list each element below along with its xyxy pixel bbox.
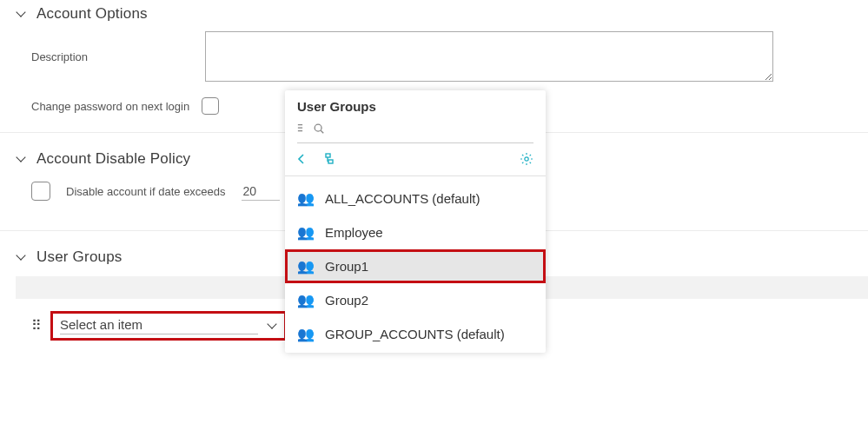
section-title: Account Options [36,5,148,23]
group-icon: 👥 [297,224,313,241]
row-description: Description [0,28,868,87]
popup-item[interactable]: 👥ALL_ACCOUNTS (default) [285,182,546,215]
select-placeholder: Select an item [60,317,258,334]
tree-icon[interactable] [325,153,339,168]
svg-point-3 [315,124,321,131]
svg-rect-5 [326,154,330,157]
change-password-label: Change password on next login [31,100,189,113]
popup-item[interactable]: 👥Group2 [285,283,546,317]
svg-rect-6 [328,160,333,163]
popup-item-label: GROUP_ACCOUNTS (default) [325,327,505,341]
group-icon: 👥 [297,326,313,342]
disable-account-checkbox[interactable] [31,182,50,201]
popup-item-label: Group2 [325,293,368,308]
popup-item[interactable]: 👥Group1 [285,249,546,283]
popup-item-label: Group1 [325,259,368,274]
disable-date-input[interactable] [242,182,280,201]
back-icon[interactable] [297,153,306,168]
gear-icon[interactable] [520,152,533,169]
user-group-select[interactable]: Select an item [50,311,287,341]
popup-list: 👥ALL_ACCOUNTS (default)👥Employee👥Group1👥… [285,176,546,353]
group-icon: 👥 [297,292,313,308]
chevron-down-icon [267,321,277,331]
popup-search[interactable] [297,122,533,143]
popup-title: User Groups [285,99,546,119]
user-groups-popup: User Groups [285,90,546,353]
group-icon: 👥 [297,190,313,207]
search-icon [313,122,325,137]
section-title: Account Disable Policy [36,150,190,168]
svg-point-9 [525,157,528,161]
drag-handle-icon[interactable]: ⠿ [31,321,43,330]
change-password-checkbox[interactable] [202,97,219,115]
description-label: Description [31,50,205,63]
chevron-down-icon [16,154,26,164]
disable-account-label: Disable account if date exceeds [66,185,226,198]
group-icon: 👥 [297,258,313,275]
popup-toolbar [285,145,546,176]
description-input[interactable] [205,31,773,82]
section-title: User Groups [36,248,123,266]
popup-item-label: Employee [325,225,383,240]
chevron-down-icon [16,252,26,262]
popup-item[interactable]: 👥GROUP_ACCOUNTS (default) [285,317,546,351]
chevron-down-icon [16,9,26,19]
list-icon [297,122,309,137]
svg-line-4 [321,130,323,133]
popup-item-label: ALL_ACCOUNTS (default) [325,191,480,206]
section-account-options-header[interactable]: Account Options [0,0,868,28]
popup-item[interactable]: 👥Employee [285,215,546,249]
